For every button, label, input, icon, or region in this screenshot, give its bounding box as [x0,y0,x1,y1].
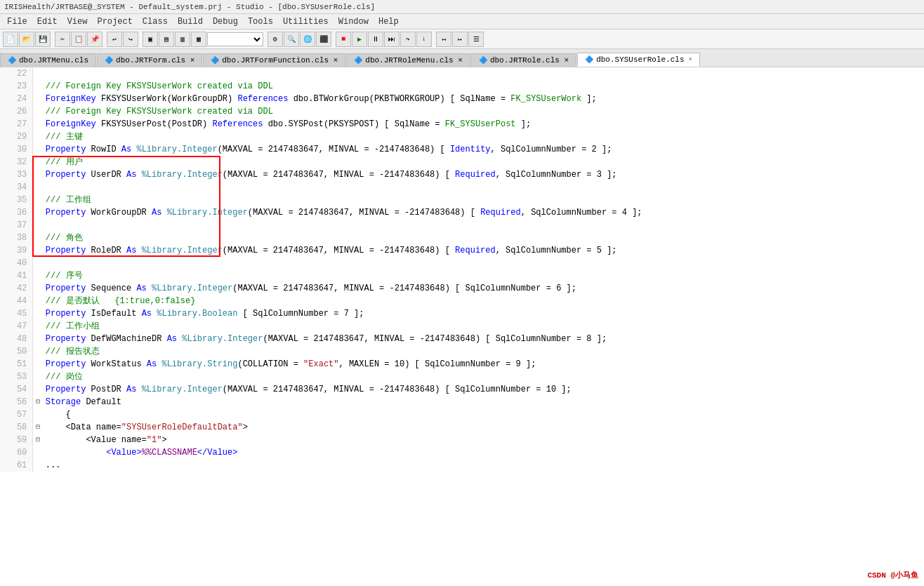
toolbar-btn-pause[interactable]: ⏸ [368,32,383,47]
fold-icon [33,358,43,371]
code-content[interactable]: Property RowID As %Library.Integer(MAXVA… [43,143,924,156]
code-content[interactable]: /// 是否默认 {1:true,0:false} [43,295,924,307]
toolbar-btn-b4[interactable]: ▦ [191,32,206,47]
tab-dboJRTRoleMenucls[interactable]: 🔷dbo.JRTRoleMenu.cls × [346,53,470,67]
titlebar: IRISHealth/JRTBASE@_SYSTEM - Default_sys… [0,0,924,14]
code-content[interactable]: <Value>%%CLASSNAME</Value> [43,446,924,459]
table-row: 22 [0,67,924,80]
fold-icon [33,408,43,421]
table-row: 53/// 岗位 [0,371,924,383]
fold-icon [33,194,43,206]
code-content[interactable]: Property WorkStatus As %Library.String(C… [43,358,924,371]
toolbar-btn-r1[interactable]: ⚙ [268,32,283,47]
table-row: 42Property Sequence As %Library.Integer(… [0,282,924,295]
code-content[interactable] [43,257,924,269]
toolbar-btn-b2[interactable]: ▤ [159,32,174,47]
line-number: 51 [0,358,33,371]
toolbar-btn-x1[interactable]: ↤ [436,32,451,47]
line-number: 41 [0,269,33,282]
fold-icon [33,118,43,131]
menu-item-tools[interactable]: Tools [244,15,277,28]
menu-item-debug[interactable]: Debug [209,15,242,28]
toolbar-btn-save[interactable]: 💾 [35,32,51,47]
code-content[interactable]: /// 报告状态 [43,345,924,358]
menu-item-class[interactable]: Class [138,15,172,28]
tab-dboSYSUserRolecls[interactable]: 🔷dbo.SYSUserRole.cls× [577,53,700,67]
toolbar-btn-paste[interactable]: 📌 [87,32,103,47]
tab-dboJRTMenucls[interactable]: 🔷dbo.JRTMenu.cls [0,53,96,67]
toolbar-dropdown[interactable] [207,32,263,46]
code-content[interactable]: /// 主键 [43,131,924,143]
fold-icon [33,219,43,232]
code-content[interactable]: Property Sequence As %Library.Integer(MA… [43,282,924,295]
code-content[interactable]: Property UserDR As %Library.Integer(MAXV… [43,168,924,181]
table-row: 35/// 工作组 [0,194,924,206]
menu-item-project[interactable]: Project [93,15,136,28]
code-content[interactable]: /// 序号 [43,269,924,282]
code-content[interactable]: /// 用户 [43,156,924,168]
toolbar-btn-play[interactable]: ▶ [352,32,367,47]
code-content[interactable]: /// 岗位 [43,371,924,383]
toolbar-btn-open[interactable]: 📂 [19,32,34,47]
menu-item-build[interactable]: Build [173,15,207,28]
code-content[interactable]: ForeignKey FKSYSUserPost(PostDR) Referen… [43,118,924,131]
fold-icon[interactable]: ⊟ [33,421,43,434]
toolbar-btn-x3[interactable]: ☰ [468,32,484,47]
toolbar-btn-r4[interactable]: ⬛ [316,32,331,47]
table-row: 33Property UserDR As %Library.Integer(MA… [0,168,924,181]
code-content[interactable]: Storage Default [43,396,924,408]
code-content[interactable]: /// 角色 [43,232,924,244]
code-content[interactable]: Property DefWGMachineDR As %Library.Inte… [43,333,924,345]
toolbar-btn-copy[interactable]: 📋 [71,32,86,47]
code-content[interactable]: Property RoleDR As %Library.Integer(MAXV… [43,244,924,257]
tab-dboJRTRolecls[interactable]: 🔷dbo.JRTRole.cls × [471,53,576,67]
toolbar-btn-b1[interactable]: ▣ [143,32,158,47]
menu-item-edit[interactable]: Edit [33,15,62,28]
toolbar-btn-undo[interactable]: ↩ [107,32,122,47]
code-content[interactable]: Property WorkGroupDR As %Library.Integer… [43,206,924,219]
line-number: 39 [0,244,33,257]
toolbar-btn-redo[interactable]: ↪ [123,32,138,47]
toolbar-btn-step[interactable]: ⏭ [384,32,400,47]
code-content[interactable]: /// 工作小组 [43,320,924,333]
fold-icon[interactable]: ⊟ [33,434,43,446]
toolbar-btn-into[interactable]: ↓ [416,32,432,47]
tab-dboJRTFormcls[interactable]: 🔷dbo.JRTForm.cls × [97,53,202,67]
code-area[interactable]: 2223/// Foreign Key FKSYSUserWork create… [0,67,924,568]
code-content[interactable] [43,181,924,194]
code-content[interactable]: Property PostDR As %Library.Integer(MAXV… [43,383,924,396]
table-row: 60 <Value>%%CLASSNAME</Value> [0,446,924,459]
tab-dboJRTFormFunctioncls[interactable]: 🔷dbo.JRTFormFunction.cls × [203,53,345,67]
toolbar-btn-over[interactable]: ↷ [400,32,416,47]
toolbar-btn-cut[interactable]: ✂ [55,32,70,47]
menu-item-view[interactable]: View [63,15,92,28]
code-content[interactable]: { [43,408,924,421]
code-content[interactable] [43,67,924,80]
fold-icon[interactable]: ⊟ [33,396,43,408]
menu-item-utilities[interactable]: Utilities [279,15,333,28]
code-content[interactable]: ForeignKey FKSYSUserWork(WorkGroupDR) Re… [43,93,924,105]
code-content[interactable]: /// Foreign Key FKSYSUserWork created vi… [43,80,924,93]
code-content[interactable]: Property IsDefault As %Library.Boolean [… [43,307,924,320]
code-content[interactable]: <Value name="1"> [43,434,924,446]
line-number: 29 [0,131,33,143]
line-number: 33 [0,168,33,181]
menu-item-window[interactable]: Window [334,15,373,28]
code-content[interactable]: /// 工作组 [43,194,924,206]
tab-label: dbo.JRTForm.cls × [116,56,194,65]
table-row: 36Property WorkGroupDR As %Library.Integ… [0,206,924,219]
toolbar-btn-x2[interactable]: ↦ [452,32,468,47]
toolbar-btn-r2[interactable]: 🔍 [284,32,299,47]
menu-item-file[interactable]: File [3,15,32,28]
toolbar-btn-b3[interactable]: ▥ [175,32,190,47]
code-content[interactable]: /// Foreign Key FKSYSUserWork created vi… [43,105,924,118]
code-content[interactable]: <Data name="SYSUserRoleDefaultData"> [43,421,924,434]
code-content[interactable]: ... [43,459,924,472]
code-content[interactable] [43,219,924,232]
toolbar-btn-r3[interactable]: 🌐 [300,32,315,47]
fold-icon [33,282,43,295]
toolbar-btn-new[interactable]: 📄 [3,32,18,47]
menu-item-help[interactable]: Help [374,15,403,28]
tab-close-icon[interactable]: × [689,56,692,63]
toolbar-btn-stop[interactable]: ■ [336,32,351,47]
